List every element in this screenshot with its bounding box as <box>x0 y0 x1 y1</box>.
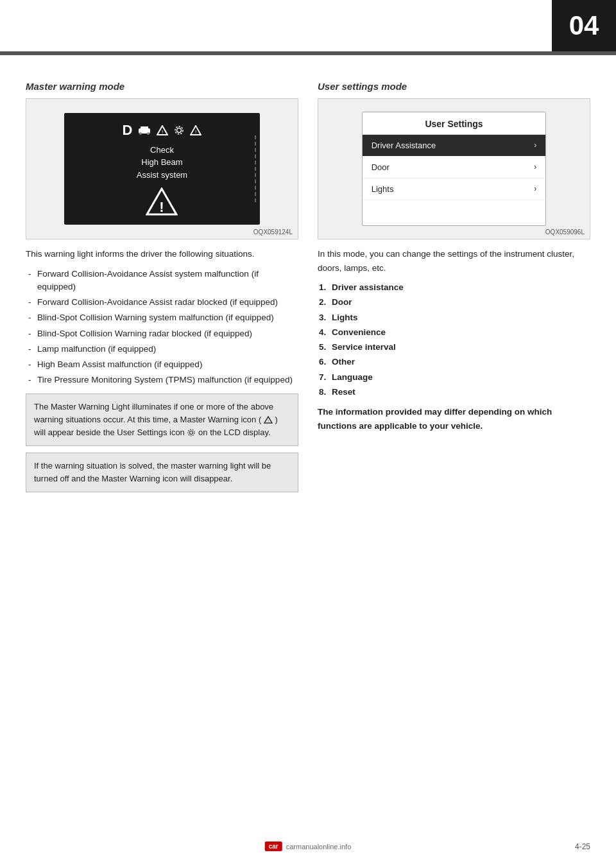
watermark-text: carmanualonline.info <box>286 843 352 851</box>
left-image-label: OQX059124L <box>253 229 293 236</box>
menu-item-driver-assistance: Driver Assistance › <box>363 135 546 157</box>
info-box-2-text: If the warning situation is solved, the … <box>34 461 271 483</box>
right-section-heading: User settings mode <box>318 81 590 92</box>
menu-item-door: Door › <box>363 157 546 178</box>
svg-point-15 <box>188 429 194 436</box>
info-box-1: The Master Warning Light illuminates if … <box>26 393 298 446</box>
svg-point-3 <box>147 132 150 135</box>
watermark-logo: car <box>265 842 282 851</box>
info-box-1-text: The Master Warning Light illuminates if … <box>34 402 278 437</box>
svg-text:!: ! <box>268 419 269 423</box>
settings-icon-inline <box>187 428 196 437</box>
dashed-divider <box>255 135 256 203</box>
right-image-box: User Settings Driver Assistance › Door ›… <box>318 98 590 239</box>
top-divider <box>0 51 616 55</box>
list-item: 7.Language <box>318 371 590 384</box>
list-item: 4.Convenience <box>318 326 590 339</box>
list-item: Tire Pressure Monitoring System (TPMS) m… <box>26 374 298 386</box>
car-icon <box>137 125 151 135</box>
list-item: High Beam Assist malfunction (if equippe… <box>26 358 298 371</box>
user-settings-screen: User Settings Driver Assistance › Door ›… <box>362 112 547 227</box>
bullet-list: Forward Collision-Avoidance Assist syste… <box>26 268 298 387</box>
menu-item-label: Lights <box>372 184 394 194</box>
small-warning-icon: ! <box>157 125 168 135</box>
list-item: 1.Driver assistance <box>318 281 590 294</box>
svg-text:!: ! <box>162 129 163 135</box>
svg-point-14 <box>190 431 193 435</box>
large-warning-triangle-icon: ! <box>146 187 178 216</box>
warning-icon-inline: ! <box>264 416 273 424</box>
right-note-text: The information provided may differ depe… <box>318 405 590 433</box>
gear-settings-icon <box>173 125 185 136</box>
menu-arrow-icon: › <box>534 184 536 193</box>
list-item: Blind-Spot Collision Warning system malf… <box>26 311 298 324</box>
main-content: Master warning mode D <box>0 62 616 524</box>
left-image-box: D ! <box>26 98 298 239</box>
right-image-label: OQX059096L <box>545 229 585 236</box>
menu-arrow-icon: › <box>534 162 536 171</box>
menu-item-label: Door <box>372 162 389 172</box>
user-settings-title: User Settings <box>363 112 546 135</box>
left-intro-text: This warning light informs the driver th… <box>26 247 298 261</box>
chapter-tab: 04 <box>552 0 616 51</box>
list-item: 8.Reset <box>318 386 590 399</box>
warning-icons-row: D ! <box>123 122 202 139</box>
list-item: 2.Door <box>318 296 590 309</box>
list-item: Forward Collision-Avoidance Assist syste… <box>26 268 298 294</box>
warning-display-text: Check High Beam Assist system <box>137 144 187 182</box>
svg-point-2 <box>139 132 142 135</box>
gear-icon-d: D <box>123 122 133 139</box>
left-column: Master warning mode D <box>26 81 298 499</box>
watermark: car carmanualonline.info <box>265 842 352 851</box>
warning-display-screen: D ! <box>64 113 260 225</box>
right-intro-text: In this mode, you can change the setting… <box>318 247 590 275</box>
menu-arrow-icon: › <box>534 141 536 150</box>
svg-text:!: ! <box>195 129 196 135</box>
menu-item-lights: Lights › <box>363 178 546 200</box>
page-number: 4-25 <box>575 842 590 851</box>
list-item: 3.Lights <box>318 311 590 324</box>
left-section-heading: Master warning mode <box>26 81 298 92</box>
menu-item-label: Driver Assistance <box>372 141 436 150</box>
list-item: Lamp malfunction (if equipped) <box>26 343 298 356</box>
chapter-number: 04 <box>569 10 599 41</box>
list-item: 6.Other <box>318 356 590 368</box>
list-item: Blind-Spot Collision Warning radar block… <box>26 327 298 340</box>
numbered-list: 1.Driver assistance 2.Door 3.Lights 4.Co… <box>318 281 590 399</box>
svg-point-6 <box>177 128 182 132</box>
list-item: Forward Collision-Avoidance Assist radar… <box>26 296 298 309</box>
list-item: 5.Service interval <box>318 341 590 354</box>
svg-text:!: ! <box>160 199 164 215</box>
right-column: User settings mode User Settings Driver … <box>318 81 590 499</box>
info-box-2: If the warning situation is solved, the … <box>26 453 298 492</box>
small-warning2-icon: ! <box>190 125 201 135</box>
svg-rect-1 <box>141 126 148 130</box>
